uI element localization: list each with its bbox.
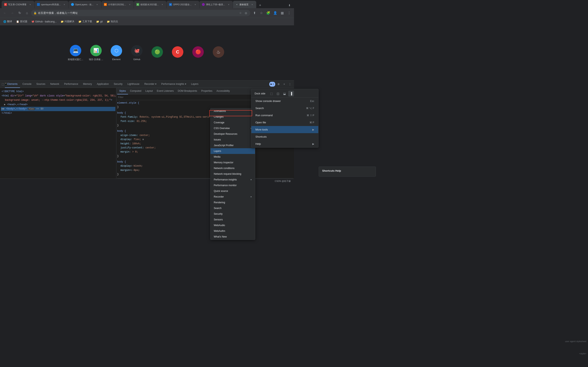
- tab-close-ol2[interactable]: ×: [95, 3, 99, 6]
- html-line-html[interactable]: <html dir="ltr" lang="zh" dark class sty…: [1, 94, 115, 98]
- tile-element[interactable]: ⬡ Element: [108, 45, 125, 60]
- right-menu-more-tools[interactable]: More tools ▶: [251, 126, 294, 133]
- tile-green[interactable]: 🟢: [149, 46, 165, 59]
- right-menu-search[interactable]: Search ⌘ ⌥ F: [251, 105, 294, 112]
- back-button[interactable]: ←: [2, 10, 8, 16]
- styles-tab-event-listeners[interactable]: Event Listeners: [155, 88, 176, 94]
- menu-item-perf-monitor[interactable]: Performance monitor: [210, 183, 255, 184]
- devtools-tab-elements[interactable]: Elements: [5, 81, 20, 88]
- tab-newtab[interactable]: ✦ 新标签页 ×: [233, 1, 256, 8]
- devtools-more-icon[interactable]: ⋮: [287, 82, 292, 87]
- address-input-wrap[interactable]: 🔒 在百度中搜索，或者输入一个网址 ☆ ◎: [31, 10, 250, 16]
- devtools-settings-icon[interactable]: ⚙: [276, 82, 281, 87]
- bookmark-github[interactable]: 🐙 GitHub - bailicang...: [30, 19, 58, 24]
- menu-item-css-overview[interactable]: CSS Overview ▾: [210, 125, 255, 131]
- tab-search-button[interactable]: ⬇: [287, 2, 292, 8]
- menu-item-media[interactable]: Media: [210, 154, 255, 160]
- more-button[interactable]: ⋮: [286, 10, 292, 16]
- devtools-inspect-icon[interactable]: ⬚: [2, 82, 4, 87]
- menu-item-perf-insights[interactable]: Performance insights ▾: [210, 177, 255, 183]
- tab-close-oppo[interactable]: ×: [194, 3, 197, 6]
- bookmark-tools[interactable]: 📁 工具下载: [77, 19, 94, 24]
- home-button[interactable]: ⌂: [24, 10, 30, 16]
- dock-side-label: Dock side: [255, 92, 265, 95]
- right-menu-show-console[interactable]: Show console drawer Esc: [251, 98, 294, 105]
- styles-tab-styles[interactable]: Styles: [117, 88, 128, 94]
- tab-close-new[interactable]: ×: [251, 3, 254, 6]
- right-menu-shortcuts[interactable]: Shortcuts: [251, 133, 294, 140]
- tab-csdn[interactable]: C 写文章-CSDN博客 ×: [2, 1, 34, 8]
- tab-close-sc[interactable]: ×: [161, 3, 164, 6]
- menu-item-js-profiler[interactable]: JavaScript Profiler: [210, 142, 255, 148]
- menu-item-layers[interactable]: Layers: [210, 148, 255, 154]
- tile-dashboard[interactable]: 📊 项目·仪表板 ...: [88, 45, 104, 61]
- devtools-tab-performance[interactable]: Performance: [62, 81, 81, 88]
- profile-button[interactable]: 👤: [272, 10, 278, 16]
- tab-close-csdn[interactable]: ×: [29, 3, 32, 6]
- dock-right-button[interactable]: ▐: [288, 91, 294, 96]
- right-menu-run-command[interactable]: Run command ⌘ ⇧ P: [251, 112, 294, 119]
- dock-bottom-button[interactable]: ⬓: [282, 91, 287, 96]
- issues-badge[interactable]: ▶ 1: [269, 82, 275, 87]
- tab-close-ol1[interactable]: ×: [63, 3, 66, 6]
- bookmark-button[interactable]: ☆: [258, 10, 265, 16]
- extension-button[interactable]: 🧩: [265, 10, 272, 16]
- tab-school[interactable]: 校 校招薪水2023届... ×: [134, 1, 166, 8]
- devtools-tab-security[interactable]: Security: [111, 81, 125, 88]
- styles-tab-dom-breakpoints[interactable]: DOM Breakpoints: [176, 88, 199, 94]
- devtools-tab-performance-insights[interactable]: Performance insights ▾: [159, 81, 189, 88]
- devtools-tab-network[interactable]: Network: [48, 81, 62, 88]
- tile-red[interactable]: 🔴: [190, 46, 206, 59]
- devtools-tab-lighthouse[interactable]: Lighthouse: [125, 81, 142, 88]
- tab-openlayers1[interactable]: openlayers和高德... ×: [35, 1, 68, 8]
- devtools-tab-memory[interactable]: Memory: [81, 81, 94, 88]
- bookmark-translate[interactable]: 🌐 翻译: [2, 19, 14, 24]
- menu-item-network-blocking[interactable]: Network request blocking: [210, 171, 255, 177]
- tile-brown[interactable]: ♨: [210, 46, 227, 59]
- bookmark-problems[interactable]: 📁 问题解决: [59, 19, 76, 24]
- bookmark-git[interactable]: 📁 git: [95, 19, 104, 24]
- right-menu-help[interactable]: Help ▶: [251, 140, 294, 147]
- menu-item-dev-resources[interactable]: Developer Resources: [210, 131, 255, 137]
- styles-tab-layout[interactable]: Layout: [143, 88, 155, 94]
- new-tab-button[interactable]: +: [257, 2, 263, 8]
- menu-item-changes[interactable]: Changes: [210, 114, 255, 120]
- devtools-tab-layers[interactable]: Layers: [189, 81, 201, 88]
- devtools-tab-application[interactable]: Application: [94, 81, 111, 88]
- reload-button[interactable]: ↻: [16, 10, 23, 16]
- html-line-head[interactable]: ▶ <head>…</head>: [1, 103, 115, 107]
- styles-tab-accessibility[interactable]: Accessibility: [214, 88, 232, 94]
- forward-button[interactable]: →: [9, 10, 16, 16]
- menu-item-coverage[interactable]: Coverage: [210, 120, 255, 125]
- tab-oppo[interactable]: O OPPO 2023届全... ×: [167, 1, 199, 8]
- styles-tab-computed[interactable]: Computed: [128, 88, 143, 94]
- bookmark-star-icon[interactable]: ☆: [238, 11, 242, 15]
- dock-left-button[interactable]: ◫: [275, 91, 281, 96]
- devtools-tab-console[interactable]: Console: [20, 81, 34, 88]
- menu-item-issues[interactable]: Issues: [210, 137, 255, 142]
- menu-item-animations[interactable]: Animations: [210, 108, 255, 114]
- html-line-body[interactable]: ▶▶ <body>…</body> flex == $0: [1, 107, 115, 111]
- tab-openlayers2[interactable]: OpenLayers - 欢... ×: [69, 1, 101, 8]
- tab-elastic[interactable]: 弹性上下班+极具... ×: [199, 1, 233, 8]
- tab-close-xm[interactable]: ×: [128, 3, 131, 6]
- styles-tab-properties[interactable]: Properties: [199, 88, 215, 94]
- menu-item-memory-inspector[interactable]: Memory Inspector: [210, 160, 255, 165]
- tile-interview[interactable]: 💻 前端面试题汇...: [67, 45, 84, 61]
- elements-html[interactable]: <!DOCTYPE html> <html dir="ltr" lang="zh…: [0, 88, 116, 179]
- tile-csdn2[interactable]: C: [169, 46, 186, 59]
- dock-undock-button[interactable]: ⬚: [269, 91, 274, 96]
- right-menu-open-file[interactable]: Open file ⌘ P: [251, 119, 294, 126]
- menu-item-network-conditions[interactable]: Network conditions: [210, 165, 255, 171]
- devtools-tab-sources[interactable]: Sources: [34, 81, 48, 88]
- devtools-close-icon[interactable]: ×: [282, 82, 287, 87]
- tab-close-el[interactable]: ×: [227, 3, 230, 6]
- sidebar-button[interactable]: ▦: [279, 10, 285, 16]
- lens-icon[interactable]: ◎: [244, 11, 248, 15]
- bookmark-knowledge[interactable]: 📁 知识点: [105, 19, 120, 24]
- devtools-tab-recorder[interactable]: Recorder ▾: [142, 81, 159, 88]
- tab-xiaoma[interactable]: M 小马智行2023社... ×: [102, 1, 134, 8]
- bookmark-interview[interactable]: 📋 面试题: [15, 19, 29, 24]
- share-button[interactable]: ⬆: [251, 10, 258, 16]
- tile-github[interactable]: 🐙 GitHub: [129, 45, 145, 60]
